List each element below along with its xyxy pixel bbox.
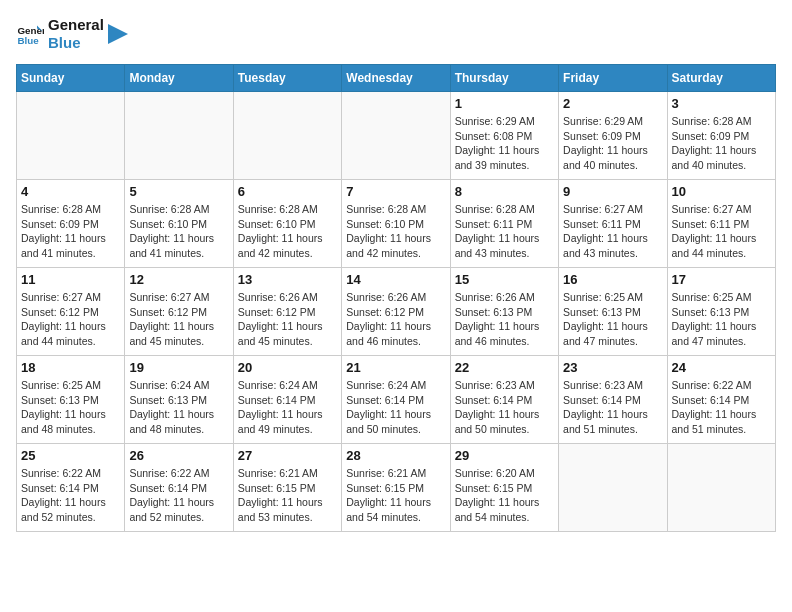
- day-info: Sunrise: 6:25 AMSunset: 6:13 PMDaylight:…: [672, 290, 771, 349]
- calendar-cell: 6Sunrise: 6:28 AMSunset: 6:10 PMDaylight…: [233, 180, 341, 268]
- logo-arrow-icon: [108, 24, 128, 44]
- week-row-1: 1Sunrise: 6:29 AMSunset: 6:08 PMDaylight…: [17, 92, 776, 180]
- day-header-wednesday: Wednesday: [342, 65, 450, 92]
- day-info: Sunrise: 6:29 AMSunset: 6:09 PMDaylight:…: [563, 114, 662, 173]
- day-number: 12: [129, 272, 228, 287]
- day-number: 15: [455, 272, 554, 287]
- calendar-cell: 28Sunrise: 6:21 AMSunset: 6:15 PMDayligh…: [342, 444, 450, 532]
- day-info: Sunrise: 6:26 AMSunset: 6:12 PMDaylight:…: [346, 290, 445, 349]
- day-number: 7: [346, 184, 445, 199]
- day-info: Sunrise: 6:29 AMSunset: 6:08 PMDaylight:…: [455, 114, 554, 173]
- day-info: Sunrise: 6:24 AMSunset: 6:14 PMDaylight:…: [238, 378, 337, 437]
- day-info: Sunrise: 6:28 AMSunset: 6:10 PMDaylight:…: [346, 202, 445, 261]
- day-info: Sunrise: 6:26 AMSunset: 6:13 PMDaylight:…: [455, 290, 554, 349]
- logo: General Blue General Blue: [16, 16, 128, 52]
- week-row-5: 25Sunrise: 6:22 AMSunset: 6:14 PMDayligh…: [17, 444, 776, 532]
- calendar-cell: 22Sunrise: 6:23 AMSunset: 6:14 PMDayligh…: [450, 356, 558, 444]
- calendar-cell: 25Sunrise: 6:22 AMSunset: 6:14 PMDayligh…: [17, 444, 125, 532]
- day-header-saturday: Saturday: [667, 65, 775, 92]
- day-info: Sunrise: 6:28 AMSunset: 6:10 PMDaylight:…: [129, 202, 228, 261]
- day-number: 27: [238, 448, 337, 463]
- calendar-cell: 4Sunrise: 6:28 AMSunset: 6:09 PMDaylight…: [17, 180, 125, 268]
- calendar-cell: 13Sunrise: 6:26 AMSunset: 6:12 PMDayligh…: [233, 268, 341, 356]
- day-header-sunday: Sunday: [17, 65, 125, 92]
- calendar-cell: 9Sunrise: 6:27 AMSunset: 6:11 PMDaylight…: [559, 180, 667, 268]
- day-number: 5: [129, 184, 228, 199]
- day-number: 10: [672, 184, 771, 199]
- calendar-cell: 14Sunrise: 6:26 AMSunset: 6:12 PMDayligh…: [342, 268, 450, 356]
- day-header-monday: Monday: [125, 65, 233, 92]
- day-number: 24: [672, 360, 771, 375]
- day-info: Sunrise: 6:21 AMSunset: 6:15 PMDaylight:…: [238, 466, 337, 525]
- day-number: 4: [21, 184, 120, 199]
- svg-text:Blue: Blue: [17, 35, 39, 46]
- day-number: 8: [455, 184, 554, 199]
- calendar-cell: 12Sunrise: 6:27 AMSunset: 6:12 PMDayligh…: [125, 268, 233, 356]
- day-number: 19: [129, 360, 228, 375]
- calendar-cell: 19Sunrise: 6:24 AMSunset: 6:13 PMDayligh…: [125, 356, 233, 444]
- day-info: Sunrise: 6:22 AMSunset: 6:14 PMDaylight:…: [129, 466, 228, 525]
- day-info: Sunrise: 6:20 AMSunset: 6:15 PMDaylight:…: [455, 466, 554, 525]
- day-header-tuesday: Tuesday: [233, 65, 341, 92]
- day-info: Sunrise: 6:27 AMSunset: 6:11 PMDaylight:…: [672, 202, 771, 261]
- day-info: Sunrise: 6:27 AMSunset: 6:12 PMDaylight:…: [129, 290, 228, 349]
- week-row-3: 11Sunrise: 6:27 AMSunset: 6:12 PMDayligh…: [17, 268, 776, 356]
- day-info: Sunrise: 6:22 AMSunset: 6:14 PMDaylight:…: [21, 466, 120, 525]
- calendar-cell: 3Sunrise: 6:28 AMSunset: 6:09 PMDaylight…: [667, 92, 775, 180]
- day-number: 28: [346, 448, 445, 463]
- day-header-thursday: Thursday: [450, 65, 558, 92]
- week-row-2: 4Sunrise: 6:28 AMSunset: 6:09 PMDaylight…: [17, 180, 776, 268]
- calendar-cell: 20Sunrise: 6:24 AMSunset: 6:14 PMDayligh…: [233, 356, 341, 444]
- calendar-cell: 8Sunrise: 6:28 AMSunset: 6:11 PMDaylight…: [450, 180, 558, 268]
- calendar-cell: [342, 92, 450, 180]
- week-row-4: 18Sunrise: 6:25 AMSunset: 6:13 PMDayligh…: [17, 356, 776, 444]
- day-info: Sunrise: 6:28 AMSunset: 6:09 PMDaylight:…: [21, 202, 120, 261]
- calendar-cell: 29Sunrise: 6:20 AMSunset: 6:15 PMDayligh…: [450, 444, 558, 532]
- day-info: Sunrise: 6:25 AMSunset: 6:13 PMDaylight:…: [563, 290, 662, 349]
- day-info: Sunrise: 6:21 AMSunset: 6:15 PMDaylight:…: [346, 466, 445, 525]
- day-info: Sunrise: 6:24 AMSunset: 6:14 PMDaylight:…: [346, 378, 445, 437]
- day-number: 23: [563, 360, 662, 375]
- day-number: 16: [563, 272, 662, 287]
- day-info: Sunrise: 6:28 AMSunset: 6:10 PMDaylight:…: [238, 202, 337, 261]
- day-number: 18: [21, 360, 120, 375]
- calendar-cell: 17Sunrise: 6:25 AMSunset: 6:13 PMDayligh…: [667, 268, 775, 356]
- calendar-cell: [559, 444, 667, 532]
- calendar-cell: 26Sunrise: 6:22 AMSunset: 6:14 PMDayligh…: [125, 444, 233, 532]
- calendar-cell: 11Sunrise: 6:27 AMSunset: 6:12 PMDayligh…: [17, 268, 125, 356]
- day-number: 25: [21, 448, 120, 463]
- calendar-cell: 2Sunrise: 6:29 AMSunset: 6:09 PMDaylight…: [559, 92, 667, 180]
- calendar-cell: [667, 444, 775, 532]
- day-number: 3: [672, 96, 771, 111]
- logo-general: General: [48, 16, 104, 34]
- calendar-cell: 5Sunrise: 6:28 AMSunset: 6:10 PMDaylight…: [125, 180, 233, 268]
- day-number: 22: [455, 360, 554, 375]
- day-number: 9: [563, 184, 662, 199]
- day-number: 6: [238, 184, 337, 199]
- day-number: 21: [346, 360, 445, 375]
- calendar-cell: 23Sunrise: 6:23 AMSunset: 6:14 PMDayligh…: [559, 356, 667, 444]
- logo-blue: Blue: [48, 34, 104, 52]
- day-info: Sunrise: 6:22 AMSunset: 6:14 PMDaylight:…: [672, 378, 771, 437]
- calendar: SundayMondayTuesdayWednesdayThursdayFrid…: [16, 64, 776, 532]
- calendar-cell: 15Sunrise: 6:26 AMSunset: 6:13 PMDayligh…: [450, 268, 558, 356]
- day-number: 2: [563, 96, 662, 111]
- calendar-cell: 16Sunrise: 6:25 AMSunset: 6:13 PMDayligh…: [559, 268, 667, 356]
- day-info: Sunrise: 6:27 AMSunset: 6:12 PMDaylight:…: [21, 290, 120, 349]
- day-info: Sunrise: 6:28 AMSunset: 6:11 PMDaylight:…: [455, 202, 554, 261]
- day-number: 1: [455, 96, 554, 111]
- svg-marker-3: [108, 24, 128, 44]
- calendar-cell: 18Sunrise: 6:25 AMSunset: 6:13 PMDayligh…: [17, 356, 125, 444]
- calendar-cell: 7Sunrise: 6:28 AMSunset: 6:10 PMDaylight…: [342, 180, 450, 268]
- day-number: 20: [238, 360, 337, 375]
- day-info: Sunrise: 6:24 AMSunset: 6:13 PMDaylight:…: [129, 378, 228, 437]
- day-info: Sunrise: 6:28 AMSunset: 6:09 PMDaylight:…: [672, 114, 771, 173]
- day-number: 11: [21, 272, 120, 287]
- calendar-cell: [17, 92, 125, 180]
- day-number: 29: [455, 448, 554, 463]
- day-number: 17: [672, 272, 771, 287]
- day-number: 13: [238, 272, 337, 287]
- day-info: Sunrise: 6:26 AMSunset: 6:12 PMDaylight:…: [238, 290, 337, 349]
- logo-icon: General Blue: [16, 20, 44, 48]
- calendar-cell: [125, 92, 233, 180]
